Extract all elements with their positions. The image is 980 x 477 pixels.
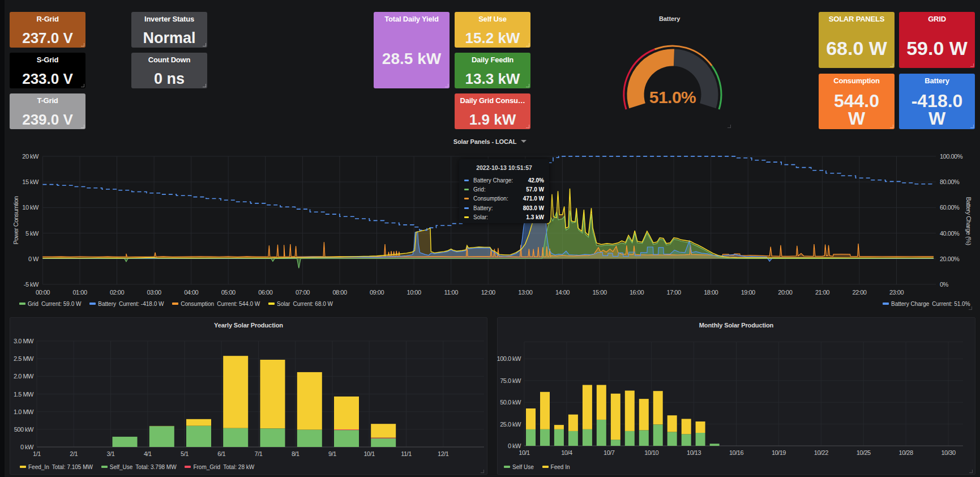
svg-text:12:00: 12:00 <box>481 289 495 296</box>
svg-text:51.0%: 51.0% <box>649 88 696 107</box>
svg-text:03:00: 03:00 <box>147 289 161 296</box>
svg-text:19:00: 19:00 <box>741 289 755 296</box>
svg-text:02:00: 02:00 <box>110 289 124 296</box>
svg-text:8/1: 8/1 <box>292 450 299 457</box>
svg-text:2/1: 2/1 <box>70 450 78 457</box>
svg-text:14:00: 14:00 <box>555 289 570 296</box>
svg-text:07:00: 07:00 <box>296 289 310 296</box>
svg-text:11:00: 11:00 <box>444 289 459 296</box>
svg-text:10/19: 10/19 <box>772 449 786 456</box>
svg-text:9/1: 9/1 <box>328 450 336 457</box>
svg-text:00:00: 00:00 <box>36 289 50 296</box>
svg-text:Battery Charge (%): Battery Charge (%) <box>965 197 972 245</box>
svg-text:23:00: 23:00 <box>889 289 904 296</box>
svg-text:11/1: 11/1 <box>401 450 412 457</box>
svg-text:10/22: 10/22 <box>814 449 828 456</box>
svg-text:10/25: 10/25 <box>857 449 871 456</box>
svg-text:16:00: 16:00 <box>630 289 644 296</box>
svg-text:2.0 MW: 2.0 MW <box>14 373 34 380</box>
svg-text:6/1: 6/1 <box>217 450 225 457</box>
svg-text:15:00: 15:00 <box>592 289 606 296</box>
svg-text:25.0 kW: 25.0 kW <box>500 421 521 428</box>
svg-text:10/13: 10/13 <box>687 449 701 456</box>
svg-text:40.00%: 40.00% <box>940 230 960 237</box>
svg-text:100.0 kW: 100.0 kW <box>497 355 521 362</box>
svg-text:80.00%: 80.00% <box>940 178 960 185</box>
svg-text:08:00: 08:00 <box>332 289 346 296</box>
svg-text:0 kW: 0 kW <box>20 444 34 450</box>
svg-text:17:00: 17:00 <box>667 289 681 296</box>
svg-text:10/4: 10/4 <box>561 449 572 456</box>
svg-text:18:00: 18:00 <box>704 289 718 296</box>
svg-text:500 kW: 500 kW <box>14 426 34 433</box>
svg-text:-5 kW: -5 kW <box>24 281 39 288</box>
svg-text:0 kW: 0 kW <box>508 442 521 449</box>
svg-text:22:00: 22:00 <box>852 289 866 296</box>
svg-text:0%: 0% <box>940 281 949 288</box>
svg-text:1.0 MW: 1.0 MW <box>14 408 34 415</box>
svg-text:10/7: 10/7 <box>604 449 615 456</box>
svg-text:5 kW: 5 kW <box>25 230 39 237</box>
svg-text:01:00: 01:00 <box>72 289 87 296</box>
svg-text:05:00: 05:00 <box>221 289 236 296</box>
svg-text:12/1: 12/1 <box>438 450 449 457</box>
svg-text:10/1: 10/1 <box>363 450 375 457</box>
svg-text:3.0 MW: 3.0 MW <box>14 338 34 344</box>
svg-text:Power Consumtion: Power Consumtion <box>12 196 19 244</box>
svg-text:13:00: 13:00 <box>518 289 532 296</box>
svg-text:10:00: 10:00 <box>407 289 421 296</box>
svg-text:7/1: 7/1 <box>255 450 263 457</box>
svg-text:10/30: 10/30 <box>941 449 955 456</box>
svg-text:06:00: 06:00 <box>258 289 272 296</box>
svg-text:04:00: 04:00 <box>184 289 198 296</box>
svg-text:09:00: 09:00 <box>370 289 384 296</box>
svg-text:2.5 MW: 2.5 MW <box>14 355 34 362</box>
svg-text:21:00: 21:00 <box>815 289 829 296</box>
svg-text:10/10: 10/10 <box>644 449 658 456</box>
svg-text:5/1: 5/1 <box>181 450 189 457</box>
svg-text:10/16: 10/16 <box>729 449 743 456</box>
svg-text:50.0 kW: 50.0 kW <box>500 399 521 406</box>
svg-text:3/1: 3/1 <box>107 450 115 457</box>
svg-text:100.00%: 100.00% <box>940 153 963 160</box>
svg-text:4/1: 4/1 <box>144 450 152 457</box>
svg-text:60.00%: 60.00% <box>940 204 960 211</box>
svg-text:75.0 kW: 75.0 kW <box>500 377 521 384</box>
svg-text:0 W: 0 W <box>28 255 39 262</box>
svg-text:1/1: 1/1 <box>33 450 41 457</box>
svg-text:1.5 MW: 1.5 MW <box>14 391 34 398</box>
svg-text:20:00: 20:00 <box>778 289 792 296</box>
svg-text:20.00%: 20.00% <box>940 255 960 262</box>
svg-text:15 kW: 15 kW <box>22 178 39 185</box>
svg-text:10/1: 10/1 <box>519 449 530 456</box>
svg-text:20 kW: 20 kW <box>22 153 39 160</box>
svg-text:10/28: 10/28 <box>899 449 913 456</box>
svg-text:10 kW: 10 kW <box>22 204 39 211</box>
